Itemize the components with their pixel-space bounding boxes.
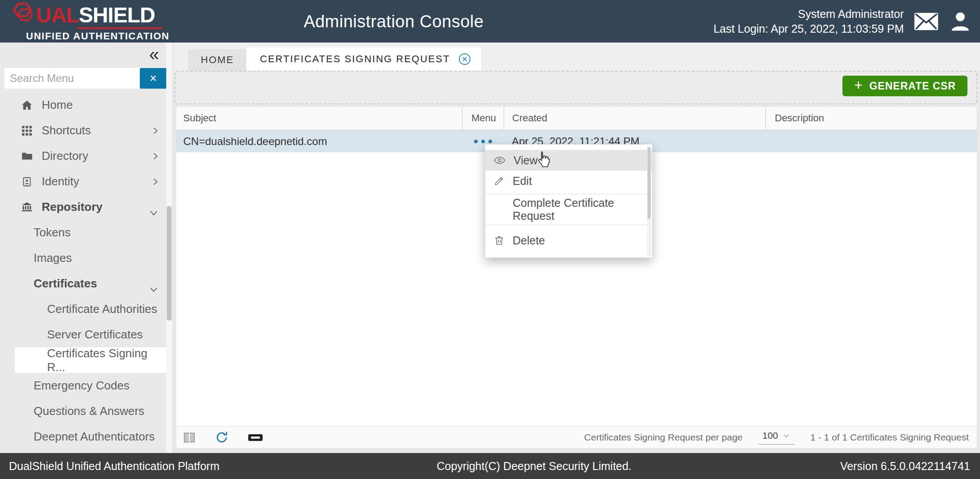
page-title: Administration Console: [304, 12, 484, 31]
sidebar-nav: Home Shortcuts Directory: [0, 92, 166, 449]
pencil-icon: [493, 175, 505, 187]
status-platform-name: DualShield Unified Authentication Platfo…: [9, 460, 220, 473]
sidebar-item-label: Repository: [42, 200, 103, 214]
row-context-menu: View Edit Complete Certificate Request D…: [485, 144, 652, 258]
sidebar-item-questions-answers[interactable]: Questions & Answers: [0, 398, 166, 424]
sidebar-item-label: Certificates Signing R...: [47, 346, 166, 374]
tab-home[interactable]: HOME: [188, 49, 246, 71]
status-bar: DualShield Unified Authentication Platfo…: [0, 453, 980, 479]
menu-dot: [481, 140, 485, 143]
sidebar-item-repository[interactable]: Repository: [0, 194, 166, 220]
logo-subtitle: UNIFIED AUTHENTICATION: [26, 30, 167, 42]
per-page-value: 100: [762, 430, 778, 441]
sidebar-scrollbar: [166, 43, 173, 453]
dualshield-logo: UALSHIELD UNIFIED AUTHENTICATION: [10, 3, 167, 42]
bank-icon: [20, 201, 34, 214]
sidebar-item-label: Deepnet Authenticators: [34, 430, 155, 444]
grid-header-row: Subject Menu Created Description: [176, 107, 977, 130]
menu-item-label: Complete Certificate Request: [513, 197, 652, 222]
sidebar-item-label: Certificates: [34, 277, 97, 291]
menu-separator: [485, 225, 652, 225]
refresh-icon[interactable]: [214, 430, 229, 445]
sidebar-collapse-icon[interactable]: «: [149, 45, 159, 63]
per-page-label: Certificates Signing Request per page: [584, 432, 743, 443]
user-name: System Administrator: [713, 7, 904, 21]
column-header-description[interactable]: Description: [765, 107, 977, 130]
sidebar-item-label: Tokens: [34, 226, 70, 240]
pagination-range: 1 - 1 of 1 Certificates Signing Request: [810, 432, 969, 443]
status-copyright: Copyright(C) Deepnet Security Limited.: [436, 460, 631, 473]
app-header: UALSHIELD UNIFIED AUTHENTICATION Adminis…: [0, 0, 980, 43]
user-info: System Administrator Last Login: Apr 25,…: [713, 7, 904, 36]
menu-item-view[interactable]: View: [485, 150, 652, 171]
sidebar-item-deepnet-authenticators[interactable]: Deepnet Authenticators: [0, 424, 166, 449]
mail-icon[interactable]: [913, 11, 940, 32]
sidebar-item-certificate-authorities[interactable]: Certificate Authorities: [0, 296, 166, 322]
sidebar-item-tokens[interactable]: Tokens: [0, 220, 166, 245]
search-input[interactable]: [4, 68, 140, 89]
grid-icon: [20, 125, 34, 137]
tab-close-icon[interactable]: [458, 52, 471, 66]
sidebar-item-label: Shortcuts: [42, 124, 91, 137]
tab-certificates-signing-request[interactable]: CERTIFICATES SIGNING REQUEST: [246, 47, 481, 71]
trash-icon: [493, 235, 505, 246]
row-menu-dots[interactable]: [462, 140, 504, 143]
chevron-down-icon: [782, 432, 790, 440]
horizontal-scrollbar-thumb[interactable]: [248, 434, 263, 441]
tab-bar: HOME CERTIFICATES SIGNING REQUEST: [173, 43, 980, 71]
last-login: Last Login: Apr 25, 2022, 11:03:59 PM: [713, 21, 904, 36]
chevron-right-icon: [150, 126, 160, 136]
menu-item-label: View: [514, 154, 538, 167]
sidebar-item-emergency-codes[interactable]: Emergency Codes: [0, 373, 166, 398]
action-toolbar: + GENERATE CSR: [175, 71, 977, 104]
dualshield-shield-icon: [10, 1, 38, 29]
logo-word-shield: SHIELD: [79, 3, 155, 27]
sidebar-item-images[interactable]: Images: [0, 245, 166, 271]
generate-csr-label: GENERATE CSR: [869, 80, 956, 92]
menu-item-delete[interactable]: Delete: [485, 228, 652, 253]
sidebar-item-directory[interactable]: Directory: [0, 143, 166, 169]
sidebar-item-home[interactable]: Home: [0, 92, 166, 118]
cell-subject: CN=dualshield.deepnetid.com: [176, 135, 462, 148]
sidebar-search: ×: [4, 68, 167, 89]
sidebar-item-certificates-signing-request[interactable]: Certificates Signing R...: [15, 347, 166, 373]
menu-separator: [485, 194, 652, 194]
per-page-select[interactable]: 100: [758, 430, 795, 445]
eye-icon: [493, 154, 506, 167]
folder-icon: [20, 150, 34, 162]
chevron-right-icon: [150, 151, 160, 161]
logo-red-rule: [77, 27, 162, 29]
column-header-created[interactable]: Created: [504, 107, 765, 130]
sidebar-item-shortcuts[interactable]: Shortcuts: [0, 118, 166, 143]
sidebar: « × Home Shortcuts: [0, 43, 173, 453]
menu-scrollbar: [647, 146, 651, 256]
tab-label: CERTIFICATES SIGNING REQUEST: [260, 53, 450, 65]
sidebar-item-label: Questions & Answers: [34, 404, 144, 418]
column-header-subject[interactable]: Subject: [176, 107, 462, 130]
chevron-down-icon: [148, 284, 159, 295]
menu-item-label: Delete: [513, 234, 545, 247]
menu-item-edit[interactable]: Edit: [485, 171, 652, 191]
menu-scrollbar-thumb[interactable]: [648, 147, 651, 219]
column-header-menu[interactable]: Menu: [462, 107, 504, 130]
sidebar-item-identity[interactable]: Identity: [0, 169, 166, 194]
user-avatar-icon[interactable]: [949, 10, 972, 33]
grid-footer: Certificates Signing Request per page 10…: [176, 426, 977, 448]
search-clear-button[interactable]: ×: [140, 68, 167, 89]
sidebar-scrollbar-thumb[interactable]: [167, 206, 172, 321]
generate-csr-button[interactable]: + GENERATE CSR: [842, 76, 967, 96]
sidebar-item-label: Certificate Authorities: [47, 302, 157, 316]
menu-dot: [474, 140, 478, 143]
sidebar-item-server-certificates[interactable]: Server Certificates: [0, 322, 166, 347]
menu-item-complete-certificate-request[interactable]: Complete Certificate Request: [485, 197, 652, 222]
menu-dot: [488, 140, 492, 143]
sidebar-item-label: Directory: [42, 149, 88, 163]
status-version: Version 6.5.0.0422114741: [840, 460, 970, 473]
column-picker-icon[interactable]: [183, 432, 195, 444]
home-icon: [20, 99, 34, 111]
chevron-right-icon: [150, 177, 160, 187]
sidebar-item-label: Emergency Codes: [34, 379, 130, 393]
id-card-icon: [20, 176, 34, 188]
sidebar-item-certificates[interactable]: Certificates: [0, 271, 166, 296]
sidebar-item-label: Images: [34, 251, 72, 265]
